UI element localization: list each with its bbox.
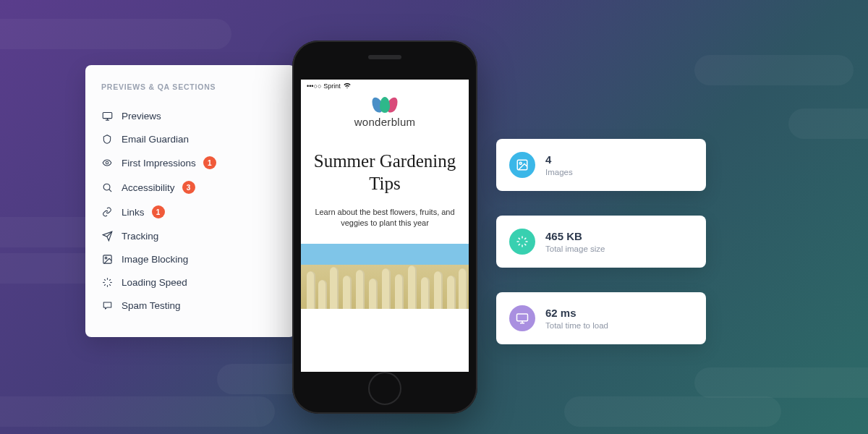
svg-rect-26 — [517, 314, 528, 321]
sidebar-item-tracking[interactable]: Tracking — [101, 224, 282, 247]
sidebar-item-label: First Impressions — [122, 158, 196, 169]
notification-badge: 1 — [152, 205, 165, 218]
stat-card-images: 4 Images — [496, 139, 706, 191]
svg-point-3 — [106, 161, 109, 164]
sidebar-item-label: Tracking — [122, 231, 158, 242]
brand-name: wonderblum — [354, 116, 416, 128]
link-icon — [101, 206, 113, 218]
sidebar-item-spam-testing[interactable]: Spam Testing — [101, 294, 282, 317]
sidebar-item-label: Links — [122, 207, 145, 218]
stat-value: 62 ms — [545, 307, 608, 320]
svg-line-10 — [104, 279, 106, 281]
stat-label: Total image size — [545, 244, 605, 253]
logo-mark-icon — [373, 97, 397, 113]
sidebar-item-email-guardian[interactable]: Email Guardian — [101, 127, 282, 150]
send-icon — [101, 230, 113, 242]
svg-point-17 — [519, 162, 522, 164]
phone-screen: •••○○ Sprint wonderblum Summer Gardening… — [301, 80, 469, 372]
bg-decoration — [0, 396, 275, 427]
svg-line-14 — [104, 284, 106, 286]
sidebar-item-image-blocking[interactable]: Image Blocking — [101, 247, 282, 271]
search-icon — [101, 182, 113, 193]
status-bar: •••○○ Sprint — [301, 80, 469, 91]
sidebar-item-label: Loading Speed — [122, 277, 187, 288]
loader-icon — [101, 276, 113, 288]
bg-decoration — [694, 367, 868, 398]
sidebar-item-first-impressions[interactable]: First Impressions 1 — [101, 150, 282, 175]
sidebar-item-links[interactable]: Links 1 — [101, 200, 282, 224]
sidebar-item-label: Image Blocking — [122, 254, 188, 265]
bg-decoration — [694, 55, 854, 85]
svg-rect-0 — [103, 112, 112, 118]
image-icon — [101, 253, 113, 265]
email-subtitle: Learn about the best flowers, fruits, an… — [301, 207, 469, 230]
stat-card-load-time: 62 ms Total time to load — [496, 292, 706, 344]
svg-point-7 — [105, 257, 107, 259]
panel-heading: PREVIEWS & QA SECTIONS — [101, 82, 282, 91]
sidebar-item-previews[interactable]: Previews — [101, 104, 282, 127]
signal-dots-icon: •••○○ — [307, 82, 321, 90]
stat-label: Total time to load — [545, 321, 608, 330]
carrier-label: Sprint — [323, 82, 341, 90]
stat-value: 465 KB — [545, 230, 605, 243]
bg-decoration — [788, 109, 868, 139]
stat-card-image-size: 465 KB Total image size — [496, 216, 706, 268]
eye-icon — [101, 157, 113, 169]
svg-line-11 — [109, 284, 111, 286]
sidebar-item-label: Previews — [122, 111, 161, 122]
sidebar-item-label: Accessibility — [122, 182, 175, 193]
wifi-icon — [343, 82, 352, 90]
sidebar-item-accessibility[interactable]: Accessibility 3 — [101, 175, 282, 200]
bg-decoration — [564, 396, 781, 427]
svg-line-15 — [109, 279, 111, 281]
notification-badge: 1 — [203, 156, 216, 169]
chat-icon — [101, 299, 113, 311]
brand-logo: wonderblum — [301, 97, 469, 128]
loader-stat-icon — [509, 229, 535, 255]
notification-badge: 3 — [182, 181, 195, 194]
svg-line-24 — [519, 244, 520, 245]
monitor-icon — [101, 110, 113, 122]
qa-sections-panel: PREVIEWS & QA SECTIONS Previews Email Gu… — [85, 65, 295, 337]
image-stat-icon — [509, 152, 535, 178]
monitor-stat-icon — [509, 305, 535, 331]
shield-icon — [101, 133, 113, 145]
bg-decoration — [0, 19, 231, 49]
phone-mockup: •••○○ Sprint wonderblum Summer Gardening… — [292, 41, 477, 414]
email-hero-image — [301, 244, 469, 309]
email-title: Summer Gardening Tips — [311, 150, 459, 195]
svg-point-4 — [103, 184, 110, 190]
svg-line-20 — [519, 238, 520, 239]
stat-label: Images — [545, 168, 573, 176]
svg-line-5 — [109, 189, 111, 191]
svg-line-21 — [524, 244, 526, 245]
sidebar-item-label: Email Guardian — [122, 134, 189, 145]
sidebar-item-label: Spam Testing — [122, 300, 181, 311]
svg-line-25 — [524, 238, 526, 239]
stat-value: 4 — [545, 153, 573, 166]
sidebar-item-loading-speed[interactable]: Loading Speed — [101, 271, 282, 294]
